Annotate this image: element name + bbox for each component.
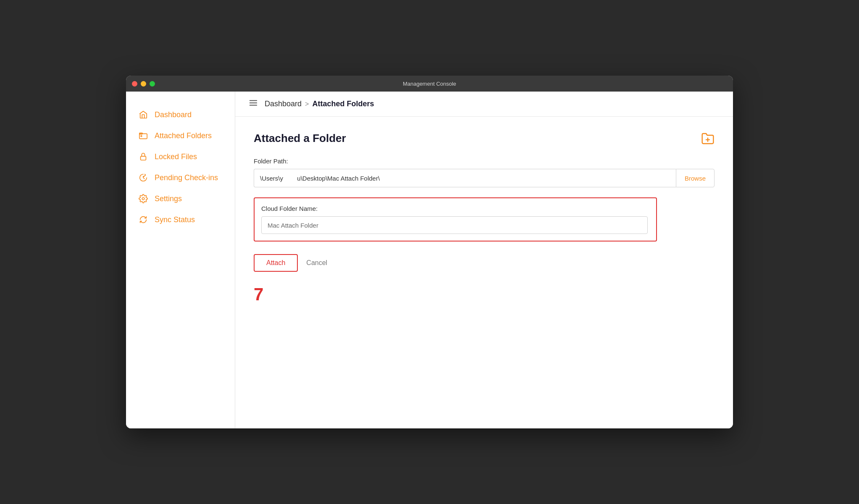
app-window: Management Console Dashboard (126, 76, 733, 428)
sidebar-label-attached-folders: Attached Folders (155, 131, 212, 140)
traffic-lights (132, 81, 155, 87)
hamburger-icon[interactable] (249, 98, 258, 110)
attach-button[interactable]: Attach (254, 254, 298, 272)
cloud-folder-label: Cloud Folder Name: (261, 205, 656, 212)
folder-path-group: Folder Path: Browse (254, 158, 715, 187)
sidebar-label-pending-checkins: Pending Check-ins (155, 173, 218, 182)
breadcrumb-parent[interactable]: Dashboard (265, 100, 302, 108)
cancel-button[interactable]: Cancel (306, 259, 327, 267)
svg-point-5 (142, 197, 144, 200)
app-body: Dashboard Attached Folders (126, 92, 733, 428)
sync-icon (138, 215, 149, 224)
close-button[interactable] (132, 81, 137, 87)
cloud-folder-inner: Cloud Folder Name: (261, 205, 656, 234)
sidebar: Dashboard Attached Folders (126, 92, 235, 428)
sidebar-label-dashboard: Dashboard (155, 110, 192, 119)
window-title: Management Console (403, 81, 456, 87)
svg-rect-4 (141, 156, 146, 160)
sidebar-label-sync-status: Sync Status (155, 215, 195, 224)
sidebar-item-dashboard[interactable]: Dashboard (126, 104, 235, 125)
sidebar-item-pending-checkins[interactable]: Pending Check-ins (126, 167, 235, 188)
maximize-button[interactable] (150, 81, 155, 87)
sidebar-label-locked-files: Locked Files (155, 152, 197, 161)
badge-number: 7 (254, 284, 715, 304)
button-row: Attach Cancel (254, 254, 715, 272)
sidebar-label-settings: Settings (155, 194, 182, 203)
folder-icon-top-right[interactable] (701, 132, 715, 148)
folder-path-input[interactable] (254, 169, 676, 187)
gear-icon (138, 194, 149, 203)
header-bar: Dashboard > Attached Folders (235, 92, 733, 117)
sidebar-item-locked-files[interactable]: Locked Files (126, 146, 235, 167)
minimize-button[interactable] (141, 81, 146, 87)
page-title: Attached a Folder (254, 132, 715, 145)
folder-path-row: Browse (254, 169, 715, 187)
cloud-folder-input[interactable] (261, 216, 648, 234)
content-area: Attached a Folder Folder Path: Browse (235, 117, 733, 428)
folder-icon (138, 131, 149, 140)
breadcrumb-current: Attached Folders (312, 100, 374, 108)
breadcrumb-separator: > (305, 100, 309, 108)
browse-button[interactable]: Browse (676, 169, 715, 187)
breadcrumb: Dashboard > Attached Folders (265, 100, 374, 108)
sidebar-item-sync-status[interactable]: Sync Status (126, 209, 235, 230)
folder-path-label: Folder Path: (254, 158, 715, 165)
home-icon (138, 110, 149, 119)
sidebar-item-attached-folders[interactable]: Attached Folders (126, 125, 235, 146)
titlebar: Management Console (126, 76, 733, 92)
checkin-icon (138, 173, 149, 182)
sidebar-item-settings[interactable]: Settings (126, 188, 235, 209)
main-content: Dashboard > Attached Folders Attached a … (235, 92, 733, 428)
lock-icon (138, 152, 149, 161)
cloud-folder-box: Cloud Folder Name: (254, 197, 657, 242)
